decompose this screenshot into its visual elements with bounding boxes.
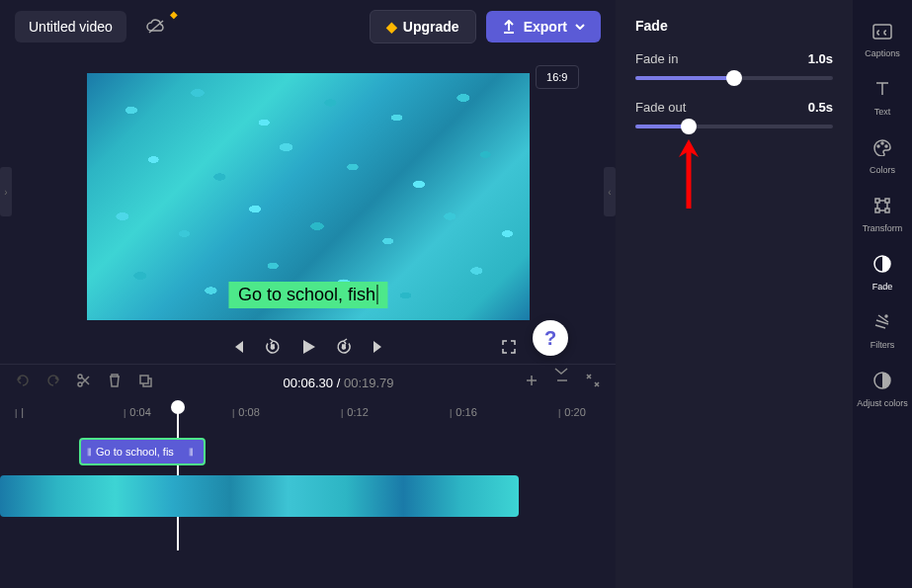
fade-in-value: 1.0s (808, 51, 833, 66)
svg-rect-6 (873, 25, 891, 39)
delete-button[interactable] (107, 373, 123, 392)
caption-overlay[interactable]: Go to school, fish (228, 282, 387, 308)
filters-icon (873, 313, 891, 336)
svg-point-9 (885, 145, 887, 147)
collapse-button[interactable] (554, 362, 568, 379)
rewind-5-button[interactable]: 5 (264, 338, 282, 356)
ruler-mark: 0:16 (450, 406, 477, 418)
svg-point-4 (78, 382, 82, 386)
play-button[interactable] (299, 338, 317, 356)
export-button[interactable]: Export (486, 11, 601, 42)
sidebar-item-filters[interactable]: Filters (853, 303, 912, 360)
chevron-down-icon (575, 24, 585, 30)
fade-out-label: Fade out (635, 100, 686, 115)
sidebar-item-transform[interactable]: Transform (853, 187, 912, 243)
upgrade-button[interactable]: ◆ Upgrade (370, 10, 476, 43)
sidebar-item-captions[interactable]: Captions (853, 14, 912, 68)
diamond-icon: ◆ (170, 9, 178, 20)
captions-icon (872, 24, 892, 44)
undo-button[interactable] (15, 373, 31, 392)
diamond-icon: ◆ (386, 19, 397, 35)
aspect-ratio-badge[interactable]: 16:9 (536, 65, 578, 89)
redo-button[interactable] (45, 373, 61, 392)
ruler-mark: 0:08 (232, 406, 260, 418)
timeline-ruler[interactable]: | 0:04 0:08 0:12 0:16 0:20 (0, 400, 616, 424)
svg-rect-11 (875, 199, 879, 203)
svg-point-8 (881, 142, 883, 144)
video-preview[interactable]: Go to school, fish (87, 73, 530, 320)
svg-text:5: 5 (271, 344, 275, 350)
add-track-button[interactable] (524, 373, 539, 392)
fade-in-slider[interactable] (635, 76, 833, 80)
fit-timeline-button[interactable] (585, 373, 601, 392)
video-clip[interactable] (0, 475, 519, 517)
duplicate-button[interactable] (137, 373, 153, 392)
ruler-mark: 0:12 (341, 406, 369, 418)
ruler-mark: | (15, 406, 24, 418)
fade-icon (873, 255, 891, 278)
skip-start-button[interactable] (230, 339, 246, 355)
svg-rect-5 (140, 376, 148, 383)
slider-thumb[interactable] (681, 119, 697, 134)
skip-end-button[interactable] (371, 339, 386, 355)
transform-icon (873, 197, 891, 219)
upgrade-label: Upgrade (403, 19, 459, 35)
svg-point-3 (78, 375, 82, 378)
svg-point-7 (877, 145, 879, 147)
time-display: 00:06.30 / 00:19.79 (168, 376, 509, 390)
sidebar-item-colors[interactable]: Colors (853, 128, 912, 185)
fade-in-label: Fade in (635, 51, 678, 66)
help-button[interactable]: ? (533, 320, 568, 356)
forward-5-button[interactable]: 5 (335, 338, 353, 356)
svg-rect-12 (885, 199, 889, 203)
adjust-colors-icon (873, 372, 891, 394)
ruler-mark: 0:04 (124, 406, 151, 418)
text-clip[interactable]: ⦀ Go to school, fis ⦀ (79, 438, 206, 465)
annotation-arrow-icon (674, 139, 704, 209)
fade-out-slider[interactable] (635, 125, 833, 128)
sidebar-item-text[interactable]: Text (853, 70, 912, 126)
cloud-sync-icon[interactable]: ◆ (136, 13, 176, 41)
text-icon (873, 80, 891, 103)
panel-title: Fade (635, 18, 833, 34)
right-panel-handle[interactable]: ‹ (604, 167, 616, 216)
palette-icon (872, 138, 892, 161)
split-button[interactable] (76, 373, 92, 392)
fade-out-value: 0.5s (808, 100, 833, 115)
fade-panel: Fade Fade in 1.0s Fade out 0.5s (616, 0, 853, 588)
clip-grip-icon: ⦀ (87, 446, 92, 459)
clip-grip-icon: ⦀ (189, 446, 194, 459)
fullscreen-button[interactable] (501, 339, 517, 355)
slider-thumb[interactable] (726, 70, 742, 86)
svg-rect-14 (885, 209, 889, 212)
sidebar-item-fade[interactable]: Fade (853, 245, 912, 301)
svg-point-16 (885, 315, 887, 317)
left-panel-handle[interactable]: › (0, 167, 12, 216)
svg-rect-13 (875, 209, 879, 212)
ruler-mark: 0:20 (558, 406, 586, 418)
sidebar-item-adjust-colors[interactable]: Adjust colors (853, 362, 912, 418)
svg-text:5: 5 (342, 344, 346, 350)
video-title[interactable]: Untitled video (15, 11, 126, 42)
export-label: Export (524, 19, 567, 35)
upload-icon (502, 20, 516, 34)
